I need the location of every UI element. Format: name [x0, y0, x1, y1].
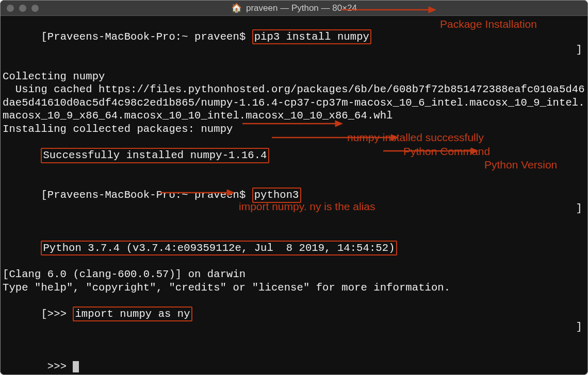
output-help: Type "help", "copyright", "credits" or "… [3, 282, 450, 294]
import-statement: import numpy as ny [75, 308, 190, 320]
python-version-highlight: Python 3.7.4 (v3.7.4:e09359112e, Jul 8 2… [41, 241, 397, 256]
success-highlight: Successfully installed numpy-1.16.4 [41, 148, 269, 163]
titlebar[interactable]: 🏠 praveen — Python — 80×24 [1, 1, 587, 16]
annotation-python-version: Python Version [484, 158, 557, 172]
terminal-line: >>> [3, 347, 585, 375]
left-bracket: [ [41, 189, 47, 201]
annotation-import-alias: import numpy. ny is the alias [239, 200, 375, 213]
terminal-line: Using cached https://files.pythonhosted.… [3, 83, 585, 123]
python-command: python3 [254, 189, 299, 201]
cursor [73, 361, 79, 372]
right-bracket: ] [576, 43, 582, 57]
terminal-line: Collecting numpy [3, 70, 585, 83]
terminal-line: Python 3.7.4 (v3.7.4:e09359112e, Jul 8 2… [3, 228, 585, 268]
python-version: Python 3.7.4 (v3.7.4:e09359112e, Jul 8 2… [43, 242, 395, 254]
window-title-text: praveen — Python — 80×24 [246, 3, 357, 13]
import-highlight: import numpy as ny [73, 306, 192, 322]
annotation-python-command: Python Command [403, 145, 490, 158]
terminal-line: Type "help", "copyright", "credits" or "… [3, 281, 585, 295]
annotation-package-installation: Package Installation [440, 18, 537, 31]
right-bracket: ] [576, 202, 582, 215]
python-prompt: >>> [47, 308, 73, 320]
python-prompt: >>> [47, 361, 73, 372]
terminal-line: Installing collected packages: numpy [3, 123, 585, 136]
output-collecting: Collecting numpy [3, 71, 105, 82]
left-bracket: [ [41, 31, 47, 43]
home-icon: 🏠 [231, 3, 242, 13]
terminal-line: [Clang 6.0 (clang-600.0.57)] on darwin [3, 268, 585, 281]
close-button[interactable] [7, 5, 14, 12]
output-clang: [Clang 6.0 (clang-600.0.57)] on darwin [3, 268, 246, 280]
left-bracket: [ [41, 308, 47, 320]
minimize-button[interactable] [19, 5, 26, 12]
annotation-numpy-success: numpy installed successfully [347, 131, 484, 144]
left-bracket [41, 361, 47, 372]
pip-command: pip3 install numpy [254, 31, 369, 43]
terminal-line: [>>> import numpy as ny ] [3, 294, 585, 347]
shell-prompt: Praveens-MacBook-Pro:~ praveen$ [47, 31, 252, 43]
terminal-window: 🏠 praveen — Python — 80×24 [Praveens-Mac… [0, 0, 588, 375]
output-installing: Installing collected packages: numpy [3, 123, 233, 135]
terminal-body[interactable]: [Praveens-MacBook-Pro:~ praveen$ pip3 in… [1, 16, 587, 374]
window-title: 🏠 praveen — Python — 80×24 [231, 3, 357, 13]
pip-command-highlight: pip3 install numpy [252, 29, 371, 45]
output-cached-url: Using cached https://files.pythonhosted.… [3, 83, 585, 122]
shell-prompt: Praveens-MacBook-Pro:~ praveen$ [47, 189, 252, 201]
right-bracket: ] [576, 320, 582, 334]
maximize-button[interactable] [31, 5, 39, 12]
output-success: Successfully installed numpy-1.16.4 [43, 149, 267, 161]
traffic-lights [7, 5, 39, 12]
